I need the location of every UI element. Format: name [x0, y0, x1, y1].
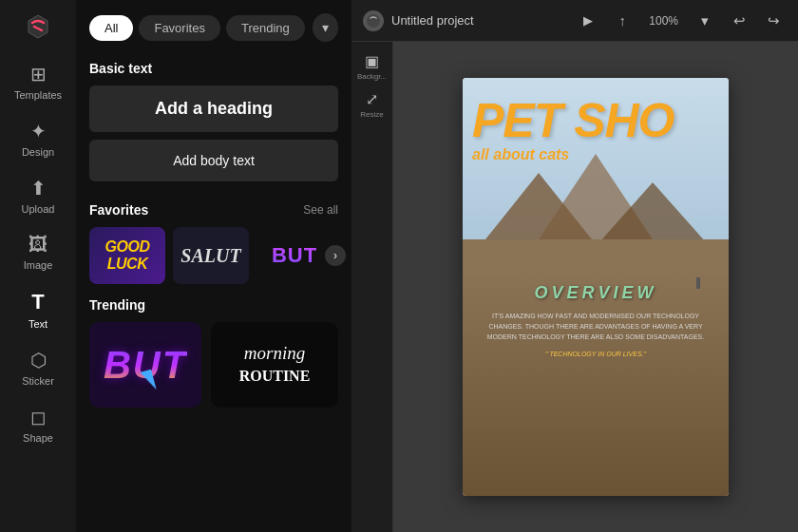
zoom-level[interactable]: 100% [643, 10, 684, 31]
editor-area: Untitled project ▶ ↑ 100% ▾ ↩ ↪ ▣ Backgr… [352, 0, 798, 532]
sidebar-item-shape[interactable]: ◻ Shape [6, 398, 70, 451]
image-icon: 🖼 [28, 234, 48, 256]
editor-canvas: ▣ Backgr... ⤢ Resize [352, 42, 798, 532]
chevron-down-icon: ▾ [322, 20, 329, 35]
resize-label: Resize [360, 110, 383, 119]
chevron-icon: ▾ [701, 12, 709, 29]
image-label: Image [24, 259, 53, 271]
poster-overview-title: OVERVIEW [534, 283, 656, 303]
upload-icon: ⬆ [30, 177, 47, 200]
favorites-title: Favorites [89, 202, 148, 218]
editor-logo [363, 10, 384, 31]
sticker-label: Sticker [22, 375, 54, 387]
sidebar-item-image[interactable]: 🖼 Image [6, 226, 70, 278]
play-button[interactable]: ▶ [575, 8, 601, 34]
templates-icon: ⊞ [30, 63, 47, 86]
poster-overview-text: IT'S AMAZING HOW FAST AND MODERNISED OUR… [472, 311, 719, 343]
goodluck-text: GOODLUCK [105, 238, 150, 272]
poster-quote: " TECHNOLOGY IN OUR LIVES." [545, 351, 646, 357]
poster-subtitle: all about cats [472, 146, 719, 163]
canvas-page: PET SHO all about cats OVERVIEW IT'S AMA… [463, 78, 729, 496]
zoom-dropdown-button[interactable]: ▾ [692, 8, 718, 34]
upload-label: Upload [22, 203, 55, 215]
text-label: Text [28, 318, 48, 330]
favorites-header: Favorites See all [89, 202, 338, 218]
undo-button[interactable]: ↩ [726, 8, 752, 34]
svg-point-0 [367, 14, 380, 28]
but2-text: BUT [104, 344, 187, 387]
design-label: Design [22, 146, 54, 158]
poster-bottom: OVERVIEW IT'S AMAZING HOW FAST AND MODER… [463, 268, 729, 496]
resize-tool[interactable]: ⤢ Resize [355, 87, 390, 122]
trending-row: BUT morningROUTINE [89, 322, 338, 408]
canvas-viewport[interactable]: PET SHO all about cats OVERVIEW IT'S AMA… [393, 42, 798, 532]
add-body-button[interactable]: Add body text [89, 140, 338, 181]
trending-morning[interactable]: morningROUTINE [211, 322, 338, 408]
redo-button[interactable]: ↪ [760, 8, 787, 34]
background-tool[interactable]: ▣ Backgr... [355, 49, 390, 84]
filter-favorites-button[interactable]: Favorites [139, 15, 219, 41]
see-all-link[interactable]: See all [303, 203, 338, 217]
undo-icon: ↩ [733, 12, 746, 29]
editor-left-tools: ▣ Backgr... ⤢ Resize [352, 42, 393, 532]
play-icon: ▶ [583, 13, 593, 28]
share-icon: ↑ [619, 12, 627, 28]
background-icon: ▣ [365, 52, 379, 70]
sidebar-item-upload[interactable]: ⬆ Upload [6, 169, 70, 222]
chevron-right-icon: › [333, 249, 337, 262]
trending-title: Trending [89, 297, 338, 313]
but1-text: BUT [272, 243, 317, 268]
resize-icon: ⤢ [366, 90, 378, 108]
editor-toolbar: Untitled project ▶ ↑ 100% ▾ ↩ ↪ [352, 0, 798, 42]
favorites-next-button[interactable]: › [325, 245, 346, 266]
favorites-row: GOODLUCK SALUT BUT › [89, 227, 338, 284]
poster-text-overlay: PET SHO all about cats [472, 97, 719, 163]
poster-pet-shop-title: PET SHO [472, 97, 719, 144]
filter-trending-button[interactable]: Trending [226, 15, 305, 41]
morning-text: morningROUTINE [239, 343, 311, 387]
design-icon: ✦ [30, 120, 47, 142]
sidebar: ⊞ Templates ✦ Design ⬆ Upload 🖼 Image T … [0, 0, 76, 532]
poster-top: PET SHO all about cats [463, 78, 729, 268]
favorite-but1[interactable]: BUT [256, 227, 332, 284]
filter-all-button[interactable]: All [89, 15, 133, 41]
redo-icon: ↪ [768, 12, 780, 29]
add-heading-button[interactable]: Add a heading [89, 86, 338, 132]
sidebar-item-sticker[interactable]: ⬡ Sticker [6, 341, 70, 394]
editor-title: Untitled project [391, 13, 567, 28]
favorite-salut[interactable]: SALUT [173, 227, 249, 284]
sidebar-item-design[interactable]: ✦ Design [6, 112, 70, 165]
shape-icon: ◻ [30, 406, 47, 428]
salut-text: SALUT [180, 245, 240, 267]
filter-dropdown-button[interactable]: ▾ [313, 13, 338, 42]
sidebar-item-templates[interactable]: ⊞ Templates [6, 55, 70, 108]
templates-label: Templates [14, 89, 62, 101]
sidebar-item-text[interactable]: T Text [6, 282, 70, 337]
shape-label: Shape [23, 432, 53, 444]
text-icon: T [31, 290, 44, 314]
share-button[interactable]: ↑ [609, 8, 636, 34]
background-label: Backgr... [357, 72, 387, 81]
favorite-goodluck[interactable]: GOODLUCK [89, 227, 165, 284]
filter-bar: All Favorites Trending ▾ [76, 0, 352, 51]
trending-section: Trending BUT morningROUTINE [89, 297, 338, 408]
text-panel: All Favorites Trending ▾ Basic text Add … [76, 0, 352, 532]
panel-content: Basic text Add a heading Add body text F… [76, 51, 352, 532]
basic-text-title: Basic text [89, 61, 338, 76]
trending-but2[interactable]: BUT [89, 322, 201, 408]
app-logo [21, 10, 55, 44]
sticker-icon: ⬡ [30, 349, 47, 371]
svg-rect-5 [463, 239, 729, 268]
